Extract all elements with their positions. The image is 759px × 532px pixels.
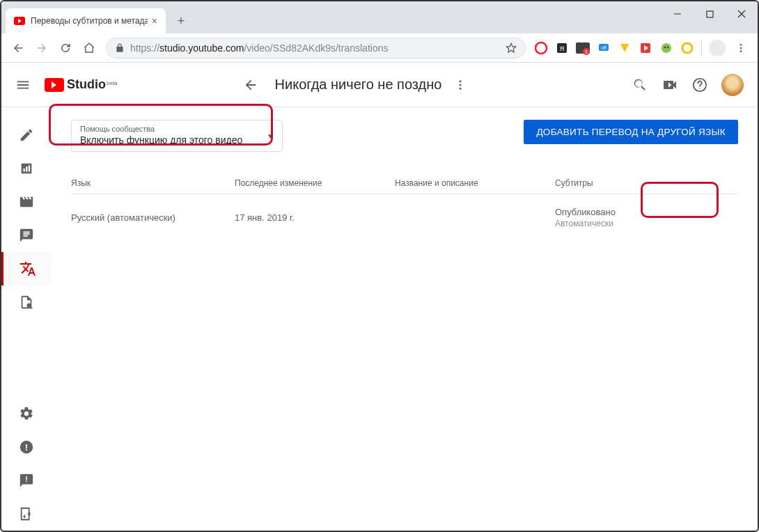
table-header: Язык Последнее изменение Название и опис… — [71, 173, 738, 194]
svg-point-7 — [535, 42, 547, 54]
browser-toolbar: https://studio.youtube.com/video/SSd82AK… — [1, 33, 758, 63]
hamburger-menu-button[interactable] — [15, 77, 32, 93]
video-title: Никогда ничего не поздно — [275, 77, 442, 93]
window-maximize-button[interactable] — [694, 3, 726, 25]
url-domain: studio.youtube.com — [159, 42, 244, 54]
youtube-icon — [45, 78, 64, 92]
browser-profile-avatar[interactable] — [709, 40, 726, 56]
separator — [701, 40, 702, 56]
th-title-desc: Название и описание — [395, 178, 555, 188]
cell-language: Русский (автоматически) — [71, 212, 235, 223]
svg-rect-29 — [23, 169, 24, 172]
help-button[interactable] — [692, 77, 707, 93]
svg-point-24 — [460, 80, 462, 82]
lock-icon — [115, 43, 125, 53]
dropdown-label: Помощь сообщества — [80, 125, 274, 133]
svg-point-17 — [662, 43, 671, 53]
sidebar-editor-icon[interactable] — [1, 185, 52, 219]
browser-reload-button[interactable] — [54, 37, 77, 59]
svg-text:!: ! — [25, 442, 28, 453]
svg-point-26 — [460, 87, 462, 89]
svg-point-18 — [664, 46, 666, 47]
svg-text:1: 1 — [585, 49, 588, 54]
svg-point-22 — [740, 47, 742, 49]
th-language: Язык — [71, 178, 235, 188]
svg-text:off: off — [601, 45, 607, 50]
cell-subtitles: Опубликовано Автоматически — [555, 207, 738, 228]
browser-forward-button[interactable] — [31, 37, 53, 59]
community-help-dropdown[interactable]: Помощь сообщества Включить функцию для э… — [71, 120, 283, 152]
browser-home-button[interactable] — [78, 37, 100, 59]
subtitle-note: Автоматически — [555, 219, 738, 228]
address-bar[interactable]: https://studio.youtube.com/video/SSd82AK… — [106, 38, 526, 58]
extension-opera-icon[interactable] — [533, 40, 549, 56]
svg-point-21 — [740, 44, 742, 46]
svg-rect-1 — [707, 11, 713, 17]
extension-icon[interactable] — [637, 40, 654, 56]
youtube-favicon-icon — [14, 15, 25, 26]
svg-text:Я: Я — [560, 45, 565, 52]
th-subtitles: Субтитры — [555, 178, 738, 188]
svg-point-25 — [460, 84, 462, 86]
window-minimize-button[interactable] — [662, 3, 694, 25]
extension-icon[interactable]: off — [595, 40, 612, 56]
sidebar-comments-icon[interactable] — [1, 219, 52, 252]
window-close-button[interactable] — [726, 3, 758, 25]
svg-text:!: ! — [25, 475, 28, 483]
svg-point-20 — [682, 43, 692, 53]
cell-modified: 17 янв. 2019 г. — [235, 212, 395, 223]
new-tab-button[interactable]: + — [171, 11, 191, 31]
close-tab-icon[interactable]: × — [152, 15, 157, 26]
create-video-button[interactable] — [662, 77, 678, 93]
svg-marker-6 — [506, 43, 515, 52]
window-controls — [662, 1, 758, 26]
browser-menu-button[interactable] — [730, 37, 752, 59]
svg-point-28 — [699, 88, 700, 88]
chevron-down-icon: ▼ — [267, 132, 274, 140]
sidebar-analytics-icon[interactable] — [1, 152, 52, 185]
table-row[interactable]: Русский (автоматически) 17 янв. 2019 г. … — [71, 194, 738, 241]
sidebar-translations-icon[interactable] — [1, 252, 52, 285]
extension-icon[interactable]: Я — [554, 40, 570, 56]
sidebar-details-icon[interactable] — [1, 118, 52, 152]
sidebar: ! ! — [1, 107, 52, 531]
browser-back-button[interactable] — [7, 37, 29, 59]
svg-point-23 — [740, 50, 742, 52]
translations-table: Язык Последнее изменение Название и опис… — [71, 173, 738, 241]
extension-icon[interactable] — [616, 40, 633, 56]
studio-logo[interactable]: Studio beta — [45, 77, 118, 92]
header-back-button[interactable] — [243, 77, 258, 93]
extension-icon[interactable] — [679, 40, 696, 56]
browser-tab[interactable]: Переводы субтитров и метадан × — [6, 8, 166, 33]
url-scheme: https:// — [130, 42, 159, 54]
tab-title: Переводы субтитров и метадан — [31, 16, 148, 26]
svg-rect-30 — [26, 166, 27, 171]
sidebar-other-icon[interactable] — [1, 285, 52, 319]
th-modified: Последнее изменение — [235, 178, 395, 188]
extension-icon[interactable] — [658, 40, 675, 56]
svg-point-19 — [667, 46, 668, 47]
url-path: /video/SSd82AKdk9s/translations — [244, 42, 388, 54]
sidebar-settings-icon[interactable] — [1, 397, 52, 430]
bookmark-star-icon[interactable] — [506, 42, 517, 54]
add-translation-button[interactable]: ДОБАВИТЬ ПЕРЕВОД НА ДРУГОЙ ЯЗЫК — [524, 120, 738, 144]
beta-label: beta — [107, 80, 118, 86]
content-area: Помощь сообщества Включить функцию для э… — [52, 107, 758, 531]
dropdown-value: Включить функцию для этого видео — [80, 134, 274, 146]
svg-rect-31 — [29, 165, 30, 171]
browser-tab-strip: Переводы субтитров и метадан × + — [1, 1, 758, 33]
app-header: Studio beta Никогда ничего не поздно — [1, 63, 758, 107]
extension-icon[interactable]: 1 — [574, 40, 591, 56]
sidebar-feedback-icon[interactable]: ! — [1, 464, 52, 497]
sidebar-classic-icon[interactable] — [1, 497, 52, 531]
header-more-button[interactable] — [454, 79, 467, 91]
sidebar-whatsnew-icon[interactable]: ! — [1, 430, 52, 464]
subtitle-status: Опубликовано — [555, 207, 738, 217]
search-button[interactable] — [632, 77, 648, 93]
account-avatar[interactable] — [721, 74, 744, 96]
logo-text: Studio — [67, 77, 106, 92]
